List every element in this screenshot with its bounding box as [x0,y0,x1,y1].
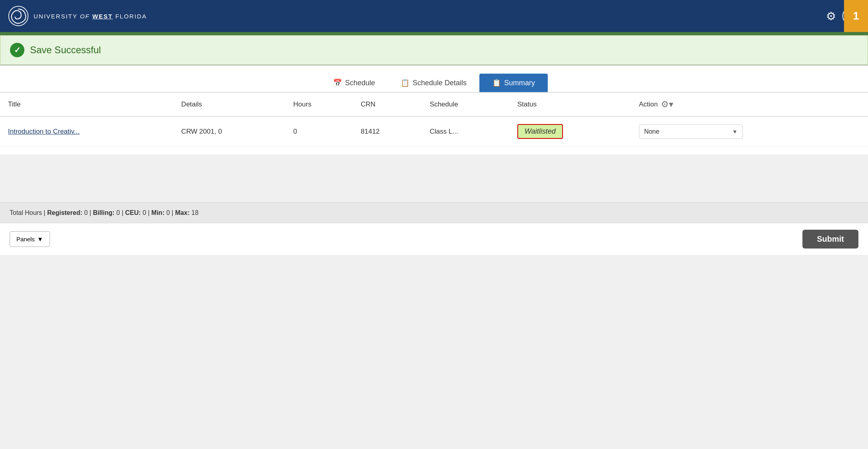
schedule-details-tab-icon: 📋 [401,78,409,87]
ceu-value: 0 [143,209,146,216]
bottom-buttons: Panels ▼ Submit [0,223,868,255]
schedule-tab-label: Schedule [345,79,375,87]
col-action: Action ⚙▾ [631,93,868,116]
chevron-down-icon: ▼ [732,128,738,135]
registered-value: 0 [84,209,88,216]
uwf-logo-icon [8,6,29,26]
billing-value: 0 [116,209,120,216]
logo: UNIVERSITY of WEST FLORIDA [8,6,147,26]
min-label: Min: [152,209,165,216]
notification-badge[interactable]: 1 [844,0,868,32]
course-schedule: Class L... [422,116,509,146]
header: UNIVERSITY of WEST FLORIDA ⚙ 1 [0,0,868,32]
action-dropdown[interactable]: None ▼ [639,124,743,139]
save-banner: ✓ Save Successful [0,35,868,65]
settings-icon[interactable]: ⚙ [826,10,836,23]
max-label: Max: [175,209,190,216]
course-details: CRW 2001, 0 [173,116,285,146]
footer-bar: Total Hours | Registered: 0 | Billing: 0… [0,202,868,223]
summary-tab-label: Summary [504,79,535,87]
panels-chevron-icon: ▼ [37,236,43,243]
action-value: None [644,128,659,135]
total-hours-label: Total Hours | [10,209,47,216]
col-schedule: Schedule [422,93,509,117]
col-crn: CRN [353,93,422,117]
course-hours: 0 [285,116,353,146]
course-crn: 81412 [353,116,422,146]
schedule-details-tab-label: Schedule Details [413,79,467,87]
table-settings-icon[interactable]: ⚙▾ [661,99,673,110]
tab-schedule-details[interactable]: 📋 Schedule Details [388,74,479,92]
panels-label: Panels [16,236,35,243]
schedule-tab-icon: 📅 [333,78,342,87]
main-content: 📅 Schedule 📋 Schedule Details 📋 Summary … [0,66,868,154]
billing-label: Billing: [93,209,114,216]
submit-button[interactable]: Submit [802,230,858,249]
panels-button[interactable]: Panels ▼ [10,231,50,247]
col-title: Title [0,93,173,117]
schedule-table: Title Details Hours CRN Schedule Status … [0,92,868,146]
waitlisted-badge: Waitlisted [517,124,563,139]
ceu-label: CEU: [125,209,141,216]
course-title-link[interactable]: Introduction to Creativ... [8,128,80,135]
save-check-icon: ✓ [10,43,24,57]
registered-label: Registered: [47,209,82,216]
tabs-row: 📅 Schedule 📋 Schedule Details 📋 Summary [0,66,868,92]
col-details: Details [173,93,285,117]
tab-summary[interactable]: 📋 Summary [479,74,548,92]
col-status: Status [509,93,631,117]
save-message: Save Successful [30,44,101,56]
table-row: Introduction to Creativ... CRW 2001, 0 0… [0,116,868,146]
logo-text: UNIVERSITY of WEST FLORIDA [34,12,147,20]
green-stripe [0,32,868,35]
action-col-label: Action [639,100,658,108]
summary-tab-icon: 📋 [492,78,501,87]
table-area: Title Details Hours CRN Schedule Status … [0,92,868,154]
course-status: Waitlisted [509,116,631,146]
min-value: 0 [166,209,170,216]
max-value: 18 [192,209,199,216]
tab-schedule[interactable]: 📅 Schedule [320,74,388,92]
col-hours: Hours [285,93,353,117]
course-action: None ▼ [631,116,868,146]
